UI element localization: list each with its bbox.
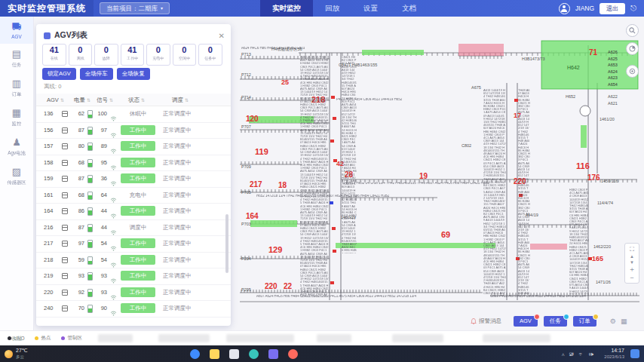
sidebar-item-传感器区[interactable]: ▨ 传感器区 <box>0 161 33 191</box>
stat-box-6[interactable]: 0 任务中 <box>198 44 222 66</box>
table-row[interactable]: 136 62 100 休眠中 正常调度中 <box>36 106 231 123</box>
cargo-box-icon <box>62 176 68 182</box>
pan-up-icon[interactable]: ▲ <box>625 253 639 259</box>
table-row[interactable]: 218 59 54 工作中 正常调度中 <box>36 252 231 269</box>
battery-icon <box>87 272 93 281</box>
legend-item-热点: 热点 <box>35 335 51 342</box>
svg-text:C8421 H4B1463/155: C8421 H4B1463/155 <box>339 63 377 67</box>
table-row[interactable]: 220 92 93 工作中 正常调度中 <box>36 284 231 302</box>
panel-button-1[interactable]: 全场停车 <box>80 68 113 80</box>
taskbar-app-icons <box>190 349 298 359</box>
tab-1[interactable]: 回放 <box>313 0 351 17</box>
cargo-box-icon <box>62 257 68 263</box>
user-avatar-icon[interactable] <box>559 3 570 14</box>
svg-text:P703: P703 <box>241 222 251 226</box>
agv-stats-row: 41 在线 0 离线 0 故障 41 工作中 0 充电中 0 空闲中 0 任务中 <box>42 44 222 66</box>
table-row[interactable]: 216 87 44 调度中 正常调度中 <box>36 219 231 237</box>
battery-icon <box>87 289 93 297</box>
svg-text:218: 218 <box>311 95 325 104</box>
overlay-button-订单[interactable]: 订单 <box>573 316 596 327</box>
close-icon[interactable]: ✕ <box>219 32 225 40</box>
bell-icon <box>471 318 477 325</box>
battery-icon <box>87 175 93 183</box>
folder-icon[interactable] <box>210 349 219 359</box>
map-legend-strip: UNO 热点 管制区 <box>0 330 644 345</box>
sidebar-item-监控[interactable]: ▦ 监控 <box>0 103 33 132</box>
panel-button-2[interactable]: 全场恢复 <box>117 68 150 80</box>
table-row[interactable]: 217 97 54 工作中 正常调度中 <box>36 235 231 253</box>
svg-text:17: 17 <box>514 112 521 119</box>
scrollbar-thumb[interactable] <box>225 214 228 273</box>
zoom-out-icon[interactable]: − <box>625 274 639 281</box>
tab-2[interactable]: 设置 <box>351 0 390 17</box>
col-header-AGV[interactable]: AGV ⇅ <box>47 97 64 103</box>
window-app-icon[interactable] <box>229 349 239 359</box>
sidebar-item-订单[interactable]: ▥ 订单 <box>0 73 33 103</box>
map-zoom-controls: ⛶ ▲ ▼ ＋ − <box>624 243 639 284</box>
map-locate-icon[interactable] <box>626 65 639 78</box>
table-row[interactable]: 157 80 89 工作中 正常调度中 <box>36 138 231 155</box>
table-row[interactable]: 158 68 95 工作中 正常调度中 <box>36 155 231 172</box>
col-header-状态[interactable]: 状态 ⇅ <box>128 97 145 104</box>
table-row[interactable]: 156 87 97 工作中 正常调度中 <box>36 122 231 140</box>
fit-view-icon[interactable]: ⛶ <box>625 245 639 253</box>
teal-app-icon[interactable] <box>249 349 259 359</box>
col-header-信号[interactable]: 信号 ⇅ <box>97 97 113 104</box>
cargo-box-icon <box>62 192 68 198</box>
svg-text:A654: A654 <box>608 82 618 87</box>
tab-3[interactable]: 文档 <box>390 0 428 17</box>
logout-button[interactable]: 退出 <box>600 3 625 14</box>
taskbar-weather[interactable]: 27℃ 多云 <box>0 348 28 360</box>
map-search-icon[interactable] <box>626 24 639 37</box>
table-row[interactable]: 164 86 44 工作中 正常调度中 <box>36 203 231 220</box>
printer-icon[interactable]: ⚙ <box>610 318 616 325</box>
table-row[interactable]: 161 68 64 充电中 正常调度中 <box>36 187 231 204</box>
col-header-电量[interactable]: 电量 ⇅ <box>74 97 90 104</box>
svg-text:164: 164 <box>246 212 259 220</box>
table-row[interactable]: 219 93 93 工作中 正常调度中 <box>36 268 231 285</box>
battery-icon <box>87 305 93 313</box>
weather-temp: 27℃ <box>16 348 28 354</box>
zoom-in-icon[interactable]: ＋ <box>625 265 639 274</box>
red-app-icon[interactable] <box>288 349 298 359</box>
exit-icon[interactable]: ⎋ <box>630 4 636 13</box>
overlay-button-任务[interactable]: 任务 <box>544 316 567 327</box>
edge-browser-icon[interactable] <box>190 349 200 359</box>
notification-center-icon[interactable] <box>630 349 639 358</box>
taskbar-clock[interactable]: 14:17 2023/6/13 <box>604 348 624 360</box>
stat-box-1[interactable]: 0 离线 <box>69 44 93 66</box>
panel-button-0[interactable]: 锁定AGV <box>42 68 76 80</box>
table-row[interactable]: 159 87 36 工作中 正常调度中 <box>36 170 231 188</box>
weather-desc: 多云 <box>16 354 28 360</box>
stat-box-5[interactable]: 0 空闲中 <box>173 44 197 66</box>
table-row[interactable]: 240 70 90 工作中 正常调度中 <box>36 300 231 318</box>
svg-text:C802: C802 <box>462 143 471 148</box>
sidebar-item-Agv电池[interactable]: ♟ Agv电池 <box>0 132 33 161</box>
layers-icon[interactable]: ▦ <box>621 318 627 325</box>
top-navbar: 实时监控管理系统 当前项目：二期库 ▾ 实时监控回放设置文档 JIANG 退出 … <box>0 0 644 17</box>
tray-icons[interactable]: ∧🖳ᯤ🕪 <box>562 351 599 357</box>
stat-box-4[interactable]: 0 充电中 <box>146 44 170 66</box>
sidebar-footer[interactable]: 收起 <box>0 335 33 342</box>
overlay-button-AGV[interactable]: AGV <box>514 316 538 327</box>
alarm-message-toggle[interactable]: 报警消息 <box>471 318 501 325</box>
col-header-调度[interactable]: 调度 ⇅ <box>172 97 189 104</box>
stat-box-3[interactable]: 41 工作中 <box>121 44 145 66</box>
svg-text:165: 165 <box>592 255 603 262</box>
svg-text:71: 71 <box>589 48 598 57</box>
stat-box-2[interactable]: 0 故障 <box>94 44 118 66</box>
svg-text:19: 19 <box>419 172 428 180</box>
purple-app-icon[interactable] <box>268 349 278 359</box>
sidebar-item-AGV[interactable]: ⛟ AGV <box>0 17 33 44</box>
map-statistics-icon[interactable] <box>626 42 639 55</box>
panel-title: AGV列表 <box>54 30 87 41</box>
stat-box-0[interactable]: 41 在线 <box>42 44 66 66</box>
windows-taskbar: 27℃ 多云 ∧🖳ᯤ🕪 14:17 2023/6/13 <box>0 345 644 362</box>
pan-down-icon[interactable]: ▼ <box>625 259 639 265</box>
svg-text:P712: P712 <box>241 72 251 77</box>
project-selector[interactable]: 当前项目：二期库 ▾ <box>100 2 170 14</box>
svg-text:1462/220: 1462/220 <box>593 244 611 249</box>
agv-battery-icon: ♟ <box>0 137 33 148</box>
tab-0[interactable]: 实时监控 <box>260 0 313 17</box>
sidebar-item-任务[interactable]: ▤ 任务 <box>0 44 33 73</box>
